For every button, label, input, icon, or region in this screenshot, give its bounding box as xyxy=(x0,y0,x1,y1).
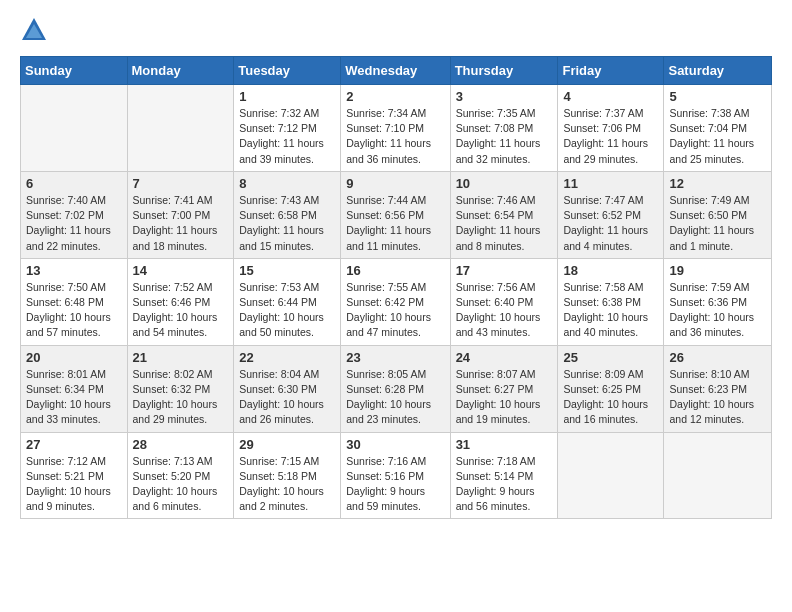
calendar-day-cell: 30Sunrise: 7:16 AM Sunset: 5:16 PM Dayli… xyxy=(341,432,450,519)
calendar-day-cell: 12Sunrise: 7:49 AM Sunset: 6:50 PM Dayli… xyxy=(664,171,772,258)
day-number: 10 xyxy=(456,176,553,191)
calendar-day-cell: 15Sunrise: 7:53 AM Sunset: 6:44 PM Dayli… xyxy=(234,258,341,345)
logo xyxy=(20,16,52,44)
day-number: 19 xyxy=(669,263,766,278)
day-info: Sunrise: 7:55 AM Sunset: 6:42 PM Dayligh… xyxy=(346,280,444,341)
calendar-day-cell: 5Sunrise: 7:38 AM Sunset: 7:04 PM Daylig… xyxy=(664,85,772,172)
day-number: 11 xyxy=(563,176,658,191)
calendar-day-cell: 27Sunrise: 7:12 AM Sunset: 5:21 PM Dayli… xyxy=(21,432,128,519)
day-info: Sunrise: 7:50 AM Sunset: 6:48 PM Dayligh… xyxy=(26,280,122,341)
day-number: 2 xyxy=(346,89,444,104)
day-number: 14 xyxy=(133,263,229,278)
day-number: 26 xyxy=(669,350,766,365)
day-info: Sunrise: 7:32 AM Sunset: 7:12 PM Dayligh… xyxy=(239,106,335,167)
day-info: Sunrise: 8:09 AM Sunset: 6:25 PM Dayligh… xyxy=(563,367,658,428)
day-info: Sunrise: 7:49 AM Sunset: 6:50 PM Dayligh… xyxy=(669,193,766,254)
day-number: 9 xyxy=(346,176,444,191)
calendar-day-cell xyxy=(558,432,664,519)
calendar-day-cell: 1Sunrise: 7:32 AM Sunset: 7:12 PM Daylig… xyxy=(234,85,341,172)
header xyxy=(20,16,772,44)
day-info: Sunrise: 7:34 AM Sunset: 7:10 PM Dayligh… xyxy=(346,106,444,167)
calendar-day-cell: 17Sunrise: 7:56 AM Sunset: 6:40 PM Dayli… xyxy=(450,258,558,345)
day-info: Sunrise: 7:53 AM Sunset: 6:44 PM Dayligh… xyxy=(239,280,335,341)
day-info: Sunrise: 7:35 AM Sunset: 7:08 PM Dayligh… xyxy=(456,106,553,167)
day-info: Sunrise: 7:47 AM Sunset: 6:52 PM Dayligh… xyxy=(563,193,658,254)
calendar-day-cell: 22Sunrise: 8:04 AM Sunset: 6:30 PM Dayli… xyxy=(234,345,341,432)
calendar-day-cell: 14Sunrise: 7:52 AM Sunset: 6:46 PM Dayli… xyxy=(127,258,234,345)
calendar-day-cell: 6Sunrise: 7:40 AM Sunset: 7:02 PM Daylig… xyxy=(21,171,128,258)
weekday-header-sunday: Sunday xyxy=(21,57,128,85)
day-number: 25 xyxy=(563,350,658,365)
day-number: 31 xyxy=(456,437,553,452)
calendar-day-cell: 18Sunrise: 7:58 AM Sunset: 6:38 PM Dayli… xyxy=(558,258,664,345)
logo-icon xyxy=(20,16,48,44)
day-number: 4 xyxy=(563,89,658,104)
day-number: 5 xyxy=(669,89,766,104)
weekday-header-row: SundayMondayTuesdayWednesdayThursdayFrid… xyxy=(21,57,772,85)
day-number: 30 xyxy=(346,437,444,452)
day-number: 21 xyxy=(133,350,229,365)
day-number: 28 xyxy=(133,437,229,452)
weekday-header-saturday: Saturday xyxy=(664,57,772,85)
calendar-day-cell xyxy=(21,85,128,172)
day-number: 13 xyxy=(26,263,122,278)
day-info: Sunrise: 8:10 AM Sunset: 6:23 PM Dayligh… xyxy=(669,367,766,428)
weekday-header-tuesday: Tuesday xyxy=(234,57,341,85)
calendar-day-cell: 23Sunrise: 8:05 AM Sunset: 6:28 PM Dayli… xyxy=(341,345,450,432)
page: SundayMondayTuesdayWednesdayThursdayFrid… xyxy=(0,0,792,539)
day-number: 3 xyxy=(456,89,553,104)
day-info: Sunrise: 8:07 AM Sunset: 6:27 PM Dayligh… xyxy=(456,367,553,428)
day-number: 20 xyxy=(26,350,122,365)
day-info: Sunrise: 7:37 AM Sunset: 7:06 PM Dayligh… xyxy=(563,106,658,167)
day-info: Sunrise: 7:58 AM Sunset: 6:38 PM Dayligh… xyxy=(563,280,658,341)
calendar-week-row: 13Sunrise: 7:50 AM Sunset: 6:48 PM Dayli… xyxy=(21,258,772,345)
day-info: Sunrise: 8:02 AM Sunset: 6:32 PM Dayligh… xyxy=(133,367,229,428)
calendar-day-cell: 3Sunrise: 7:35 AM Sunset: 7:08 PM Daylig… xyxy=(450,85,558,172)
calendar-day-cell: 2Sunrise: 7:34 AM Sunset: 7:10 PM Daylig… xyxy=(341,85,450,172)
weekday-header-friday: Friday xyxy=(558,57,664,85)
calendar-day-cell: 16Sunrise: 7:55 AM Sunset: 6:42 PM Dayli… xyxy=(341,258,450,345)
day-info: Sunrise: 7:44 AM Sunset: 6:56 PM Dayligh… xyxy=(346,193,444,254)
day-number: 24 xyxy=(456,350,553,365)
calendar-day-cell: 7Sunrise: 7:41 AM Sunset: 7:00 PM Daylig… xyxy=(127,171,234,258)
calendar-day-cell: 20Sunrise: 8:01 AM Sunset: 6:34 PM Dayli… xyxy=(21,345,128,432)
calendar-day-cell: 4Sunrise: 7:37 AM Sunset: 7:06 PM Daylig… xyxy=(558,85,664,172)
day-info: Sunrise: 7:46 AM Sunset: 6:54 PM Dayligh… xyxy=(456,193,553,254)
day-info: Sunrise: 7:13 AM Sunset: 5:20 PM Dayligh… xyxy=(133,454,229,515)
day-number: 18 xyxy=(563,263,658,278)
calendar-week-row: 1Sunrise: 7:32 AM Sunset: 7:12 PM Daylig… xyxy=(21,85,772,172)
calendar-day-cell xyxy=(127,85,234,172)
calendar-week-row: 27Sunrise: 7:12 AM Sunset: 5:21 PM Dayli… xyxy=(21,432,772,519)
day-info: Sunrise: 7:18 AM Sunset: 5:14 PM Dayligh… xyxy=(456,454,553,515)
day-number: 6 xyxy=(26,176,122,191)
day-info: Sunrise: 7:38 AM Sunset: 7:04 PM Dayligh… xyxy=(669,106,766,167)
day-number: 1 xyxy=(239,89,335,104)
day-info: Sunrise: 8:01 AM Sunset: 6:34 PM Dayligh… xyxy=(26,367,122,428)
calendar-day-cell: 21Sunrise: 8:02 AM Sunset: 6:32 PM Dayli… xyxy=(127,345,234,432)
day-info: Sunrise: 7:56 AM Sunset: 6:40 PM Dayligh… xyxy=(456,280,553,341)
calendar-day-cell: 9Sunrise: 7:44 AM Sunset: 6:56 PM Daylig… xyxy=(341,171,450,258)
day-number: 8 xyxy=(239,176,335,191)
day-info: Sunrise: 7:52 AM Sunset: 6:46 PM Dayligh… xyxy=(133,280,229,341)
day-number: 23 xyxy=(346,350,444,365)
calendar-day-cell: 19Sunrise: 7:59 AM Sunset: 6:36 PM Dayli… xyxy=(664,258,772,345)
calendar-day-cell: 24Sunrise: 8:07 AM Sunset: 6:27 PM Dayli… xyxy=(450,345,558,432)
day-info: Sunrise: 8:04 AM Sunset: 6:30 PM Dayligh… xyxy=(239,367,335,428)
day-number: 27 xyxy=(26,437,122,452)
day-info: Sunrise: 7:15 AM Sunset: 5:18 PM Dayligh… xyxy=(239,454,335,515)
calendar-day-cell: 11Sunrise: 7:47 AM Sunset: 6:52 PM Dayli… xyxy=(558,171,664,258)
calendar-day-cell: 26Sunrise: 8:10 AM Sunset: 6:23 PM Dayli… xyxy=(664,345,772,432)
calendar-week-row: 20Sunrise: 8:01 AM Sunset: 6:34 PM Dayli… xyxy=(21,345,772,432)
day-info: Sunrise: 7:12 AM Sunset: 5:21 PM Dayligh… xyxy=(26,454,122,515)
day-number: 29 xyxy=(239,437,335,452)
day-number: 7 xyxy=(133,176,229,191)
day-number: 17 xyxy=(456,263,553,278)
weekday-header-thursday: Thursday xyxy=(450,57,558,85)
day-number: 15 xyxy=(239,263,335,278)
day-info: Sunrise: 7:43 AM Sunset: 6:58 PM Dayligh… xyxy=(239,193,335,254)
calendar-day-cell: 10Sunrise: 7:46 AM Sunset: 6:54 PM Dayli… xyxy=(450,171,558,258)
calendar-day-cell: 29Sunrise: 7:15 AM Sunset: 5:18 PM Dayli… xyxy=(234,432,341,519)
calendar-day-cell: 28Sunrise: 7:13 AM Sunset: 5:20 PM Dayli… xyxy=(127,432,234,519)
calendar-day-cell: 31Sunrise: 7:18 AM Sunset: 5:14 PM Dayli… xyxy=(450,432,558,519)
calendar-day-cell xyxy=(664,432,772,519)
